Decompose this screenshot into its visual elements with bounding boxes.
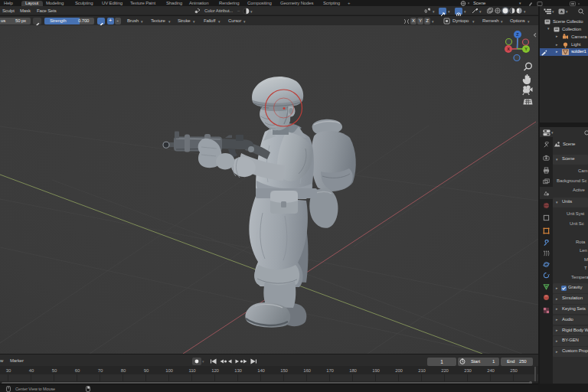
svg-text:X: X (507, 47, 510, 51)
svg-text:Y: Y (524, 47, 528, 51)
